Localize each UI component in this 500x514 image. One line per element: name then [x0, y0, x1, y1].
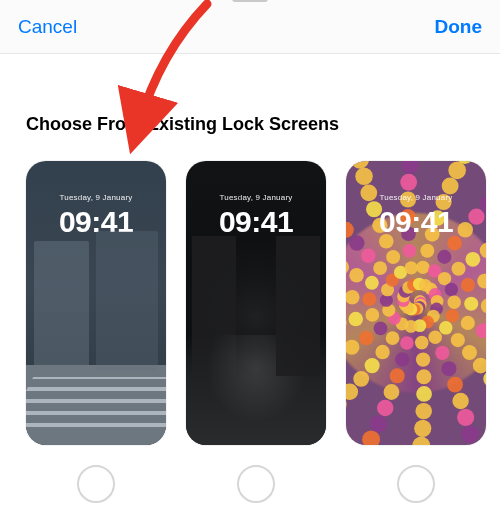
svg-point-42 — [386, 331, 400, 345]
svg-point-60 — [375, 345, 389, 359]
svg-point-110 — [483, 371, 486, 387]
svg-point-41 — [400, 336, 414, 350]
svg-point-79 — [346, 340, 359, 355]
svg-point-80 — [346, 315, 347, 330]
svg-point-51 — [437, 250, 451, 264]
svg-point-82 — [346, 260, 349, 275]
svg-point-96 — [353, 371, 369, 387]
lock-screen-time: 09:41 — [186, 205, 326, 239]
svg-point-37 — [446, 309, 459, 322]
svg-point-75 — [441, 361, 456, 376]
svg-point-65 — [361, 248, 376, 263]
svg-point-148 — [412, 437, 430, 445]
lock-screen-date: Tuesday, 9 January — [186, 193, 326, 202]
lock-screen-time: 09:41 — [26, 205, 166, 239]
lock-screen-date: Tuesday, 9 January — [346, 193, 486, 202]
lock-screen-option[interactable]: Tuesday, 9 January 09:41 — [186, 161, 326, 445]
svg-point-88 — [480, 243, 486, 259]
svg-point-59 — [395, 352, 409, 366]
svg-point-71 — [477, 274, 486, 289]
svg-point-39 — [428, 330, 442, 344]
lock-screen-option[interactable]: Tuesday, 9 January 09:41 — [346, 161, 486, 445]
svg-point-113 — [377, 400, 394, 417]
svg-point-49 — [403, 244, 417, 258]
lock-screen-date: Tuesday, 9 January — [26, 193, 166, 202]
svg-point-50 — [420, 244, 434, 258]
svg-point-61 — [359, 331, 373, 345]
annotation-arrow-icon — [115, 54, 235, 158]
svg-point-76 — [416, 369, 431, 384]
lock-screen-option[interactable]: Tuesday, 9 January 09:41 — [26, 161, 166, 445]
radio-button[interactable] — [77, 465, 115, 503]
svg-point-72 — [481, 298, 486, 313]
wallpaper-decoration — [186, 335, 326, 445]
svg-point-122 — [442, 178, 459, 195]
svg-point-63 — [346, 290, 360, 305]
svg-point-44 — [365, 308, 379, 322]
svg-point-112 — [415, 403, 431, 419]
svg-point-93 — [447, 377, 463, 393]
svg-point-121 — [400, 174, 417, 191]
svg-point-38 — [439, 321, 453, 335]
svg-point-77 — [390, 368, 405, 383]
svg-point-47 — [373, 261, 387, 275]
svg-point-78 — [365, 358, 380, 373]
svg-point-55 — [461, 316, 475, 330]
svg-point-64 — [349, 268, 364, 283]
svg-point-31 — [405, 261, 418, 274]
svg-point-57 — [435, 346, 449, 360]
svg-point-45 — [362, 292, 376, 306]
lock-screen-time: 09:41 — [346, 205, 486, 239]
svg-point-138 — [355, 168, 373, 186]
svg-point-130 — [414, 420, 431, 437]
radio-button[interactable] — [397, 465, 435, 503]
svg-point-43 — [374, 322, 388, 336]
svg-point-114 — [346, 383, 358, 400]
svg-point-53 — [461, 278, 475, 292]
navbar: Cancel Done — [0, 0, 500, 54]
svg-point-56 — [451, 333, 465, 347]
lock-screens-row: Tuesday, 9 January 09:41 Tuesday, 9 Janu… — [0, 161, 486, 445]
svg-point-54 — [464, 297, 478, 311]
done-button[interactable]: Done — [435, 16, 483, 38]
svg-point-95 — [384, 384, 400, 400]
sheet-grabber-icon[interactable] — [232, 0, 268, 2]
svg-point-139 — [401, 161, 419, 174]
svg-point-129 — [457, 409, 474, 426]
svg-point-52 — [451, 262, 465, 276]
svg-point-58 — [416, 353, 430, 367]
wallpaper-decoration — [26, 377, 166, 427]
selection-radio-row — [0, 465, 486, 503]
section-title: Choose From Existing Lock Screens — [26, 114, 500, 135]
svg-point-94 — [416, 386, 432, 402]
svg-point-36 — [447, 296, 460, 309]
svg-point-156 — [351, 161, 369, 169]
cancel-button[interactable]: Cancel — [18, 16, 77, 38]
svg-point-40 — [415, 336, 429, 350]
svg-point-111 — [452, 393, 468, 409]
radio-button[interactable] — [237, 465, 275, 503]
content-area: Choose From Existing Lock Screens Tuesda… — [0, 54, 500, 514]
svg-point-92 — [473, 358, 486, 374]
svg-point-32 — [416, 261, 429, 274]
svg-point-73 — [476, 323, 486, 338]
svg-point-140 — [448, 162, 466, 180]
wallpaper-decoration — [346, 161, 486, 445]
svg-point-149 — [362, 430, 380, 445]
svg-point-62 — [349, 312, 363, 326]
svg-point-46 — [365, 276, 379, 290]
svg-point-147 — [461, 425, 479, 443]
svg-point-48 — [386, 250, 400, 264]
svg-point-131 — [370, 415, 387, 432]
svg-point-70 — [465, 252, 480, 267]
svg-point-35 — [445, 283, 458, 296]
svg-point-74 — [462, 345, 477, 360]
